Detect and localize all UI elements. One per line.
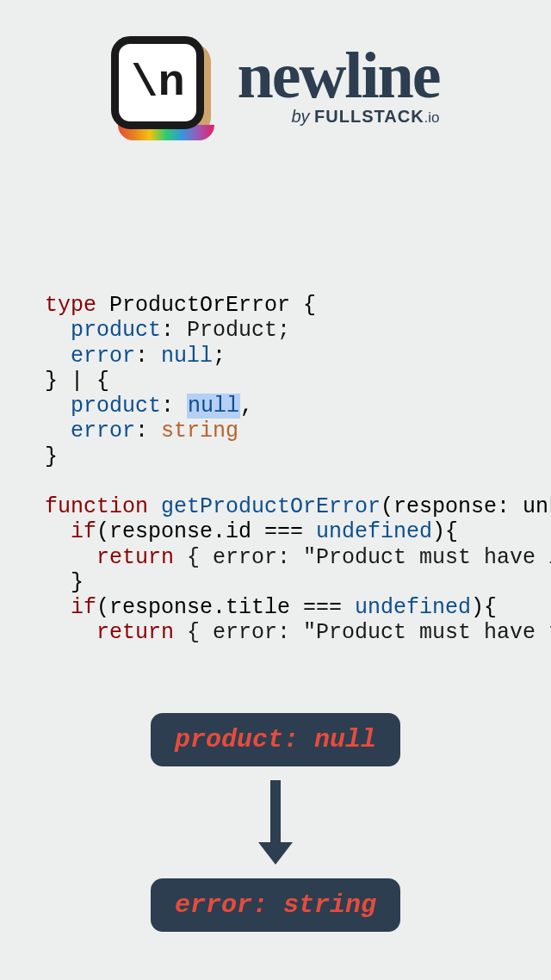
logo-icon: \n	[111, 36, 213, 138]
selected-null: null	[187, 394, 240, 419]
pill-error-string: error: string	[151, 878, 400, 932]
close-brace: }	[45, 570, 84, 595]
keyword-return: return	[45, 620, 174, 645]
colon: :	[135, 344, 148, 369]
keyword-return: return	[45, 545, 174, 570]
code-block: type ProductOrError { product: Product; …	[0, 293, 551, 646]
colon: :	[161, 318, 174, 343]
return-body: { error: "Product must have ti	[174, 620, 551, 645]
arrow-down-icon	[258, 780, 293, 865]
colon: :	[135, 419, 148, 443]
prop-product: product	[45, 318, 161, 343]
pill-product-null: product: null	[151, 713, 400, 766]
diagram: product: null error: string	[0, 713, 551, 932]
params: (response: unkn	[381, 494, 551, 519]
null-literal: null	[148, 344, 213, 369]
brand-name: newline	[237, 47, 439, 103]
prop-error: error	[45, 344, 135, 369]
undefined-literal: undefined	[316, 519, 432, 544]
logo-section: \n newline by FULLSTACK.io	[0, 0, 551, 138]
byline-company: FULLSTACK	[314, 107, 424, 126]
condition-end: ){	[471, 595, 497, 620]
keyword-type: type	[45, 293, 96, 318]
comma: ,	[240, 394, 253, 419]
colon: :	[161, 394, 187, 419]
brand-byline: by FULLSTACK.io	[291, 107, 439, 127]
newline-glyph: \n	[131, 58, 184, 109]
prop-product: product	[45, 394, 161, 419]
semicolon: ;	[213, 344, 226, 369]
string-type: string	[148, 419, 238, 443]
condition-end: ){	[432, 519, 458, 544]
logo-text: newline by FULLSTACK.io	[237, 47, 439, 127]
type-name: ProductOrError {	[96, 293, 316, 318]
prop-error: error	[45, 419, 135, 443]
condition: (response.title ===	[96, 595, 355, 620]
undefined-literal: undefined	[355, 595, 471, 620]
type-product: Product;	[174, 318, 290, 343]
byline-prefix: by	[291, 107, 314, 126]
return-body: { error: "Product must have id	[174, 545, 551, 570]
condition: (response.id ===	[96, 519, 316, 544]
close-brace: }	[45, 444, 58, 469]
keyword-if: if	[45, 519, 96, 544]
function-name: getProductOrError	[148, 494, 381, 519]
byline-tld: .io	[424, 109, 440, 126]
keyword-if: if	[45, 595, 96, 620]
newline-logo-box: \n	[111, 36, 204, 129]
brace-union: } | {	[45, 369, 109, 394]
keyword-function: function	[45, 494, 148, 519]
